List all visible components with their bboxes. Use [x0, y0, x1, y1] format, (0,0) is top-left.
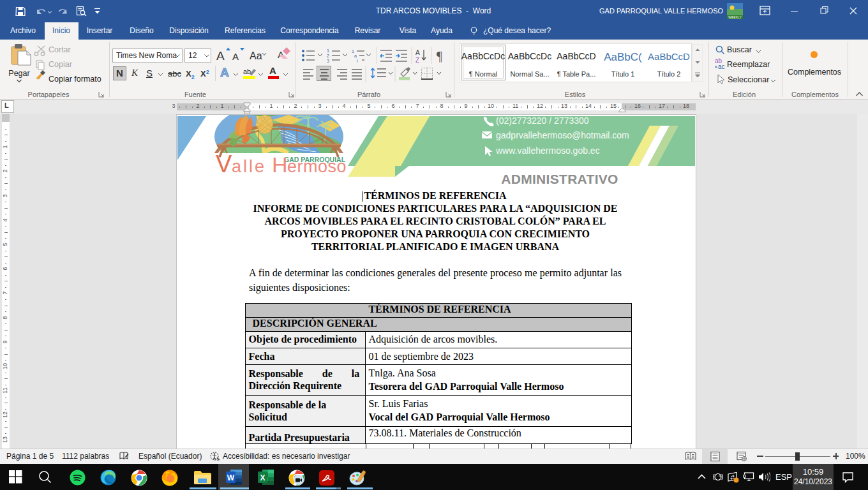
svg-text:ermoso: ermoso: [287, 157, 347, 176]
svg-text:a: a: [354, 54, 357, 58]
svg-text:A: A: [216, 49, 225, 63]
svg-text:Aa: Aa: [250, 50, 262, 61]
svg-text:1: 1: [352, 49, 354, 54]
svg-text:W: W: [227, 473, 235, 482]
svg-text:(02)2773220 / 2773300: (02)2773220 / 2773300: [496, 115, 589, 126]
svg-text:A: A: [415, 49, 420, 56]
svg-text:H: H: [272, 152, 288, 177]
svg-text:¶: ¶: [437, 49, 442, 63]
svg-text:Z: Z: [415, 57, 419, 64]
svg-text:A: A: [232, 51, 239, 62]
svg-text:gadprvallehermoso@hotmail.com: gadprvallehermoso@hotmail.com: [496, 130, 629, 140]
svg-text:i: i: [357, 59, 358, 63]
svg-text:www.vallehermoso.gob.ec: www.vallehermoso.gob.ec: [495, 145, 600, 156]
svg-text:3: 3: [327, 59, 329, 63]
svg-text:ac: ac: [718, 63, 725, 70]
svg-text:X: X: [260, 473, 265, 482]
svg-text:1: 1: [327, 48, 329, 53]
svg-text:WEEKLY: WEEKLY: [728, 15, 742, 19]
svg-text:2: 2: [327, 54, 329, 58]
svg-text:V: V: [216, 151, 232, 177]
svg-text:alle: alle: [232, 157, 266, 176]
